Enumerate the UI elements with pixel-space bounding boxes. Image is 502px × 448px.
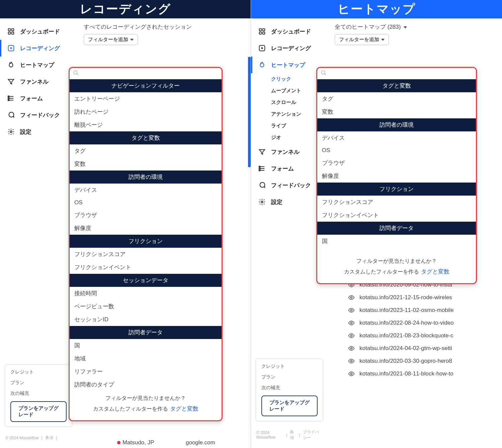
form-icon: [258, 164, 266, 173]
filter-option[interactable]: 接続時間: [70, 287, 222, 300]
url-list-row[interactable]: kotatsu.info/2020-03-30-gopro-hero8: [348, 355, 502, 367]
nav-funnels[interactable]: ファンネル: [0, 73, 77, 90]
eye-icon: [348, 307, 355, 314]
credit-label: クレジット: [10, 369, 67, 375]
filter-option[interactable]: 訪れたページ: [70, 105, 222, 118]
search-icon: [321, 70, 327, 76]
filter-option[interactable]: 訪問者のタイプ: [70, 378, 222, 388]
filter-option[interactable]: フリクションスコア: [70, 248, 222, 261]
plan-label: プラン: [261, 374, 318, 380]
popup-footer: フィルターが見当たりませんか？ カスタムしたフィルターを作るタグと変数: [317, 251, 476, 283]
filter-group-header: タグと変数: [317, 79, 476, 92]
nav-forms[interactable]: フォーム: [0, 90, 77, 107]
filter-option[interactable]: 地域: [317, 248, 476, 251]
eye-icon: [348, 345, 355, 352]
filter-option[interactable]: フリクションイベント: [70, 261, 222, 274]
filter-option[interactable]: フリクションスコア: [317, 196, 476, 209]
url-list-row[interactable]: kotatsu.info/2023-11-02-osmo-mobile: [348, 304, 502, 317]
filter-option[interactable]: OS: [317, 144, 476, 156]
refill-label: 次の補充: [10, 390, 67, 397]
filter-option[interactable]: ブラウザ: [70, 209, 222, 222]
terms-link[interactable]: 条項: [290, 429, 297, 441]
filter-option[interactable]: タグ: [70, 144, 222, 157]
search-icon: [73, 70, 79, 76]
filter-option[interactable]: セッションID: [70, 313, 222, 326]
filter-group-header: 訪問者データ: [317, 222, 476, 235]
filter-option[interactable]: タグ: [317, 92, 476, 105]
filter-option[interactable]: 地域: [70, 352, 222, 365]
nav-settings[interactable]: 設定: [0, 123, 77, 140]
play-icon: [258, 44, 266, 52]
eye-icon: [348, 320, 355, 326]
footer-right: © 2024 Mouseflow| 条項| プライバシー: [251, 426, 328, 444]
filter-option[interactable]: フリクションイベント: [317, 209, 476, 222]
filter-popup-left: ナビゲーションフィルターエントリーページ訪れたページ離脱ページタグと変数タグ変数…: [69, 67, 223, 421]
chevron-down-icon: [404, 26, 407, 28]
nav-heatmaps[interactable]: ヒートマップ: [0, 57, 77, 73]
filter-option[interactable]: 国: [70, 339, 222, 352]
custom-filter-link[interactable]: カスタムしたフィルターを作る: [344, 269, 419, 274]
filter-option[interactable]: エントリーページ: [70, 92, 222, 105]
play-icon: [7, 44, 15, 52]
dashboard-icon: [7, 27, 15, 36]
popup-footer: フィルターが見当たりませんか？ カスタムしたフィルターを作るタグと変数: [70, 388, 222, 420]
terms-link[interactable]: 条項: [45, 435, 53, 441]
bg-location-row: Matsudo, JP google.com: [117, 439, 215, 446]
nav-recordings[interactable]: レコーディング: [0, 40, 77, 57]
gear-icon: [258, 198, 266, 206]
upgrade-button[interactable]: プランをアップグレード: [261, 396, 318, 416]
filter-group-header: フリクション: [317, 183, 476, 196]
filter-option[interactable]: 解像度: [70, 222, 222, 235]
filter-popup-right: タグと変数タグ変数訪問者の環境デバイスOSブラウザ解像度フリクションフリクション…: [316, 67, 477, 284]
filter-group-header: 訪問者の環境: [70, 171, 222, 184]
filter-option[interactable]: 離脱ページ: [70, 118, 222, 131]
eye-icon: [348, 358, 355, 364]
nav-feedback[interactable]: フィードバック: [0, 107, 77, 123]
add-filter-button[interactable]: フィルターを追加: [84, 34, 138, 45]
scrollbar-left[interactable]: [248, 18, 251, 448]
url-list-row[interactable]: kotatsu.info/2021-12-15-rode-wireles: [348, 291, 502, 304]
url-list-row[interactable]: kotatsu.info/2021-08-11-block-how-to: [348, 367, 502, 380]
filter-group-header: フリクション: [70, 235, 222, 248]
upgrade-button[interactable]: プランをアップグレード: [10, 401, 67, 422]
feedback-icon: [7, 111, 15, 119]
filter-option[interactable]: ページビュー数: [70, 300, 222, 313]
url-list-row[interactable]: kotatsu.info/2024-04-02-gtm-wp-setti: [348, 342, 502, 355]
plan-label: プラン: [10, 380, 67, 386]
filter-option[interactable]: OS: [70, 197, 222, 209]
filter-option[interactable]: 国: [317, 235, 476, 248]
gear-icon: [7, 127, 15, 136]
filter-group-header: タグと変数: [70, 131, 222, 144]
flame-icon: [258, 61, 266, 69]
nav-recordings[interactable]: レコーディング: [251, 40, 328, 57]
country-dot-icon: [117, 441, 120, 444]
url-list-row[interactable]: kotatsu.info/2022-08-24-how-to-video: [348, 317, 502, 329]
url-list-row[interactable]: kotatsu.info/2021-08-23-blockquote-c: [348, 329, 502, 342]
filter-search-input[interactable]: [70, 68, 222, 79]
credit-label: クレジット: [261, 363, 318, 369]
filter-option[interactable]: ブラウザ: [317, 156, 476, 170]
filter-option[interactable]: デバイス: [317, 131, 476, 144]
filter-option[interactable]: リファラー: [70, 365, 222, 378]
eye-icon: [348, 294, 355, 301]
filter-option[interactable]: デバイス: [70, 184, 222, 197]
nav-dashboard[interactable]: ダッシュボード: [0, 23, 77, 40]
privacy-link[interactable]: プライバシー: [303, 429, 323, 441]
filter-option[interactable]: 解像度: [317, 170, 476, 183]
form-icon: [7, 94, 15, 103]
nav-dashboard[interactable]: ダッシュボード: [251, 23, 328, 40]
filter-option[interactable]: 変数: [70, 157, 222, 171]
filter-option[interactable]: 変数: [317, 105, 476, 118]
page-title-left: すべてのレコーディングされたセッション: [77, 23, 251, 34]
feedback-icon: [258, 181, 266, 190]
refill-label: 次の補充: [261, 385, 318, 391]
tags-vars-link[interactable]: タグと変数: [170, 406, 198, 412]
page-title-right[interactable]: 全てのヒートマップ (283): [328, 23, 502, 34]
filter-group-header: 訪問者データ: [70, 326, 222, 339]
funnel-icon: [7, 77, 15, 86]
flame-icon: [7, 61, 15, 69]
add-filter-button[interactable]: フィルターを追加: [335, 34, 389, 45]
custom-filter-link[interactable]: カスタムしたフィルターを作る: [93, 406, 168, 412]
tags-vars-link[interactable]: タグと変数: [421, 268, 449, 275]
filter-search-input[interactable]: [317, 68, 476, 79]
